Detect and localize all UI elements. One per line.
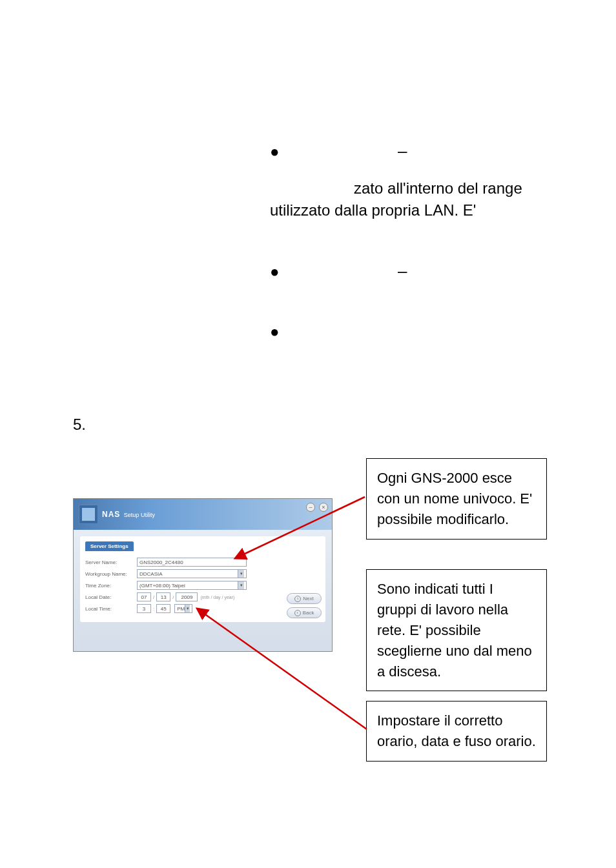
levelone-logo-icon (79, 505, 98, 524)
body-text-1: zato all'interno del range utilizzato da… (270, 177, 548, 221)
close-button[interactable]: × (319, 503, 328, 512)
bullet-1: ● (270, 143, 280, 161)
timezone-value: (GMT+08:00) Taipei (139, 583, 185, 589)
label-server-name: Server Name: (85, 560, 137, 565)
callout-workgroup: Sono indicati tutti I gruppi di lavoro n… (366, 569, 547, 691)
date-month-input[interactable]: 07 (137, 592, 151, 601)
minimize-button[interactable]: – (306, 503, 315, 512)
window-titlebar: NAS Setup Utility – × (74, 499, 332, 530)
app-title: NAS (102, 510, 120, 519)
bullet-2: ● (270, 263, 280, 281)
arrow-right-icon: › (294, 596, 301, 602)
server-settings-panel: Server Settings Server Name: GNS2000_2C4… (80, 536, 325, 622)
date-hint: (mth / day / year) (200, 595, 234, 600)
label-timezone: Time Zone: (85, 583, 137, 589)
label-local-date: Local Date: (85, 594, 137, 600)
callout-time: Impostare il corretto orario, data e fus… (366, 701, 547, 762)
chevron-down-icon: ▾ (185, 605, 190, 612)
dash-2: – (398, 261, 407, 281)
next-button[interactable]: › Next (287, 593, 322, 604)
label-local-time: Local Time: (85, 606, 137, 612)
back-button[interactable]: ‹ Back (287, 607, 322, 618)
ampm-select[interactable]: PM ▾ (174, 604, 192, 613)
timezone-select[interactable]: (GMT+08:00) Taipei ▾ (137, 581, 247, 590)
step-number: 5. (73, 416, 86, 434)
bullet-3: ● (270, 323, 280, 341)
workgroup-select[interactable]: DDCASIA ▾ (137, 569, 247, 578)
tab-server-settings[interactable]: Server Settings (85, 541, 134, 551)
arrow-left-icon: ‹ (294, 610, 301, 616)
date-day-input[interactable]: 13 (156, 592, 170, 601)
workgroup-value: DDCASIA (139, 571, 163, 577)
server-name-input[interactable]: GNS2000_2C4480 (137, 558, 247, 567)
dash-1: – (398, 141, 407, 161)
date-year-input[interactable]: 2009 (176, 592, 198, 601)
time-hour-input[interactable]: 3 (137, 604, 151, 613)
time-minute-input[interactable]: 45 (156, 604, 170, 613)
callout-server-name: Ogni GNS-2000 esce con un nome univoco. … (366, 458, 547, 540)
nas-utility-window: NAS Setup Utility – × Server Settings Se… (73, 498, 333, 652)
chevron-down-icon: ▾ (238, 581, 244, 589)
app-subtitle: Setup Utility (124, 512, 155, 518)
label-workgroup: Workgroup Name: (85, 571, 137, 577)
chevron-down-icon: ▾ (238, 570, 244, 578)
ampm-value: PM (177, 606, 185, 612)
